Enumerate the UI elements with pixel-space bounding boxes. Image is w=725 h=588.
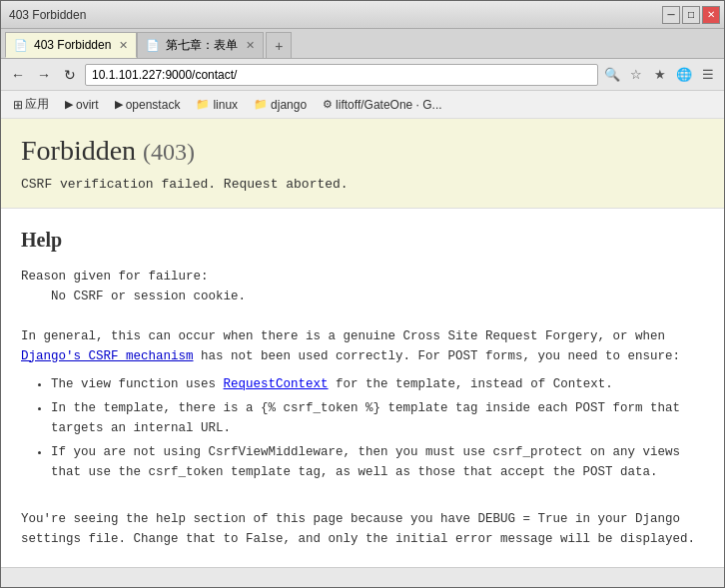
bookmark-django[interactable]: 📁 django <box>248 96 313 114</box>
tab-icon-2: 📄 <box>146 39 160 52</box>
help-section: Help Reason given for failure: No CSRF o… <box>1 209 724 567</box>
forbidden-text: Forbidden <box>21 135 136 166</box>
bookmark-icon[interactable]: ☆ <box>626 65 646 85</box>
tab-label-2: 第七章：表单 <box>166 37 238 54</box>
linux-label: linux <box>213 98 238 112</box>
tab-403-forbidden[interactable]: 📄 403 Forbidden ✕ <box>5 32 137 58</box>
django-csrf-link[interactable]: Django's CSRF mechanism <box>21 349 194 363</box>
github-icon: ⚙ <box>323 98 333 111</box>
bookmarkbar: ⊞ 应用 ▶ ovirt ▶ openstack 📁 linux 📁 djang… <box>1 91 724 119</box>
general-explanation: In general, this can occur when there is… <box>21 326 704 366</box>
debug-text: You're seeing the help section of this p… <box>21 509 704 549</box>
navbar: ← → ↻ 10.1.101.227:9000/contact/ 🔍 ☆ ★ 🌐… <box>1 59 724 91</box>
bookmark-gateone[interactable]: ⚙ liftoff/GateOne · G... <box>317 96 448 114</box>
reload-button[interactable]: ↻ <box>59 64 81 86</box>
apps-label: 应用 <box>25 96 49 113</box>
forward-button[interactable]: → <box>33 64 55 86</box>
close-button[interactable]: ✕ <box>702 6 720 24</box>
general-text-1: In general, this can occur when there is… <box>21 329 665 343</box>
window-title: 403 Forbidden <box>9 8 86 22</box>
list-item-1: The view function uses RequestContext fo… <box>51 374 704 394</box>
gateone-label: liftoff/GateOne · G... <box>336 98 442 112</box>
search-icon[interactable]: 🔍 <box>602 65 622 85</box>
nav-icons: 🔍 ☆ ★ 🌐 ☰ <box>602 65 718 85</box>
page-content: Forbidden (403) CSRF verification failed… <box>1 119 724 567</box>
titlebar: 403 Forbidden ─ □ ✕ <box>1 1 724 29</box>
list-item-3: If you are not using CsrfViewMiddleware,… <box>51 442 704 482</box>
tab-label-1: 403 Forbidden <box>34 38 111 52</box>
tab-close-1[interactable]: ✕ <box>119 39 128 52</box>
error-code: (403) <box>143 139 195 165</box>
globe-icon[interactable]: 🌐 <box>674 65 694 85</box>
linux-icon: 📁 <box>196 98 210 111</box>
menu-icon[interactable]: ☰ <box>698 65 718 85</box>
reason-block: Reason given for failure: No CSRF or ses… <box>21 267 704 306</box>
tabbar: 📄 403 Forbidden ✕ 📄 第七章：表单 ✕ + <box>1 29 724 59</box>
ovirt-icon: ▶ <box>65 98 73 111</box>
address-bar[interactable]: 10.1.101.227:9000/contact/ <box>85 64 598 86</box>
bookmark-linux[interactable]: 📁 linux <box>190 96 244 114</box>
back-button[interactable]: ← <box>7 64 29 86</box>
bookmark-apps[interactable]: ⊞ 应用 <box>7 94 55 115</box>
bookmark-openstack[interactable]: ▶ openstack <box>109 96 187 114</box>
apps-grid-icon: ⊞ <box>13 98 23 112</box>
address-text: 10.1.101.227:9000/contact/ <box>92 68 237 82</box>
request-context-link[interactable]: RequestContext <box>224 377 329 391</box>
openstack-icon: ▶ <box>115 98 123 111</box>
browser-window: 403 Forbidden ─ □ ✕ 📄 403 Forbidden ✕ 📄 … <box>0 0 725 588</box>
tab-close-2[interactable]: ✕ <box>246 39 255 52</box>
new-tab-button[interactable]: + <box>266 32 292 58</box>
error-title-block: Forbidden (403) <box>21 135 704 167</box>
minimize-button[interactable]: ─ <box>662 6 680 24</box>
star-icon[interactable]: ★ <box>650 65 670 85</box>
tab-chapter7[interactable]: 📄 第七章：表单 ✕ <box>137 32 264 58</box>
help-title: Help <box>21 225 704 255</box>
maximize-button[interactable]: □ <box>682 6 700 24</box>
reason-label: Reason given for failure: <box>21 270 209 284</box>
csrf-message: CSRF verification failed. Request aborte… <box>21 177 704 192</box>
statusbar <box>1 567 724 587</box>
django-icon: 📁 <box>254 98 268 111</box>
list-item-2: In the template, there is a {% csrf_toke… <box>51 398 704 438</box>
error-header: Forbidden (403) CSRF verification failed… <box>1 119 724 209</box>
openstack-label: openstack <box>126 98 181 112</box>
bullet1-pre: The view function uses <box>51 377 216 391</box>
tab-icon-1: 📄 <box>14 39 28 52</box>
window-controls: ─ □ ✕ <box>662 6 720 24</box>
django-label: django <box>271 98 307 112</box>
help-list: The view function uses RequestContext fo… <box>51 374 704 482</box>
bullet1-post: for the template, instead of Context. <box>336 377 613 391</box>
general-text-2: has not been used correctly. For POST fo… <box>201 349 680 363</box>
reason-detail: No CSRF or session cookie. <box>51 290 246 303</box>
bookmark-ovirt[interactable]: ▶ ovirt <box>59 96 105 114</box>
ovirt-label: ovirt <box>76 98 99 112</box>
